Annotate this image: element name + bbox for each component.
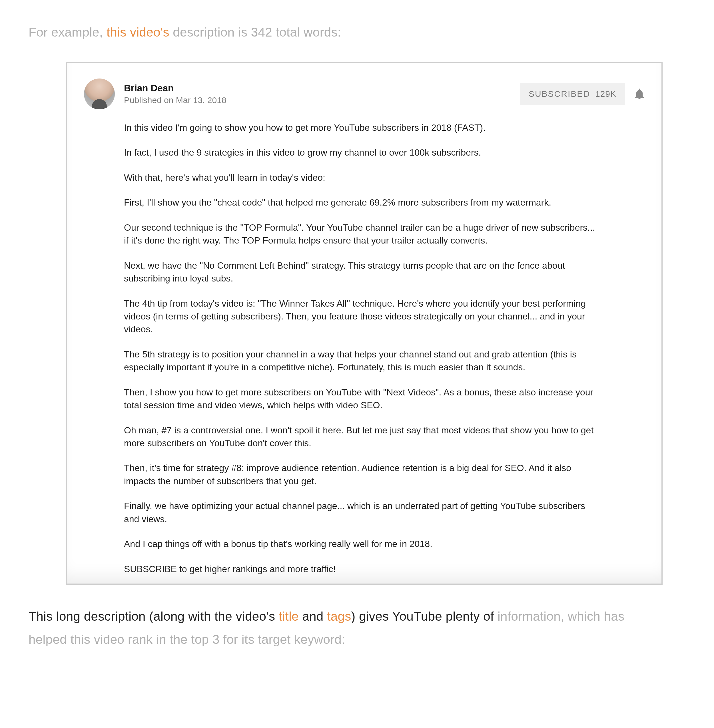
bell-icon[interactable] xyxy=(634,88,644,99)
intro-link[interactable]: this video's xyxy=(106,25,170,39)
intro-before: For example, xyxy=(28,25,106,39)
intro-after: description is 342 total words: xyxy=(170,25,341,39)
desc-paragraph: Next, we have the "No Comment Left Behin… xyxy=(124,259,596,285)
outro-link-tags[interactable]: tags xyxy=(327,609,351,623)
youtube-description-card: Brian Dean Published on Mar 13, 2018 SUB… xyxy=(66,61,663,585)
subscribed-label: SUBSCRIBED xyxy=(529,89,590,99)
card-header: Brian Dean Published on Mar 13, 2018 SUB… xyxy=(84,78,644,109)
desc-paragraph: Our second technique is the "TOP Formula… xyxy=(124,221,596,247)
desc-paragraph: The 4th tip from today's video is: "The … xyxy=(124,297,596,336)
desc-paragraph: And I cap things off with a bonus tip th… xyxy=(124,538,596,550)
desc-paragraph: The 5th strategy is to position your cha… xyxy=(124,348,596,374)
subscribed-button[interactable]: SUBSCRIBED 129K xyxy=(520,83,625,105)
desc-paragraph: In fact, I used the 9 strategies in this… xyxy=(124,146,596,159)
desc-paragraph: In this video I'm going to show you how … xyxy=(124,121,596,134)
desc-paragraph: Finally, we have optimizing your actual … xyxy=(124,500,596,526)
intro-text: For example, this video's description is… xyxy=(28,23,686,42)
author-block: Brian Dean Published on Mar 13, 2018 xyxy=(124,83,226,105)
author-name[interactable]: Brian Dean xyxy=(124,83,226,94)
avatar[interactable] xyxy=(84,78,115,109)
outro-solid-before: This long description (along with the vi… xyxy=(28,609,279,623)
desc-paragraph: Then, I show you how to get more subscri… xyxy=(124,386,596,412)
desc-paragraph: SUBSCRIBE to get higher rankings and mor… xyxy=(124,563,596,575)
desc-paragraph: With that, here's what you'll learn in t… xyxy=(124,171,596,184)
description-body: In this video I'm going to show you how … xyxy=(84,121,644,575)
outro-link-title[interactable]: title xyxy=(279,609,299,623)
desc-paragraph: Oh man, #7 is a controversial one. I won… xyxy=(124,424,596,450)
outro-text: This long description (along with the vi… xyxy=(28,605,628,651)
subscriber-count: 129K xyxy=(595,89,616,99)
published-date: Published on Mar 13, 2018 xyxy=(124,95,226,105)
outro-solid-after: ) gives YouTube plenty of xyxy=(351,609,498,623)
desc-paragraph: First, I'll show you the "cheat code" th… xyxy=(124,196,596,209)
outro-solid-mid: and xyxy=(299,609,327,623)
desc-paragraph: Then, it's time for strategy #8: improve… xyxy=(124,461,596,488)
